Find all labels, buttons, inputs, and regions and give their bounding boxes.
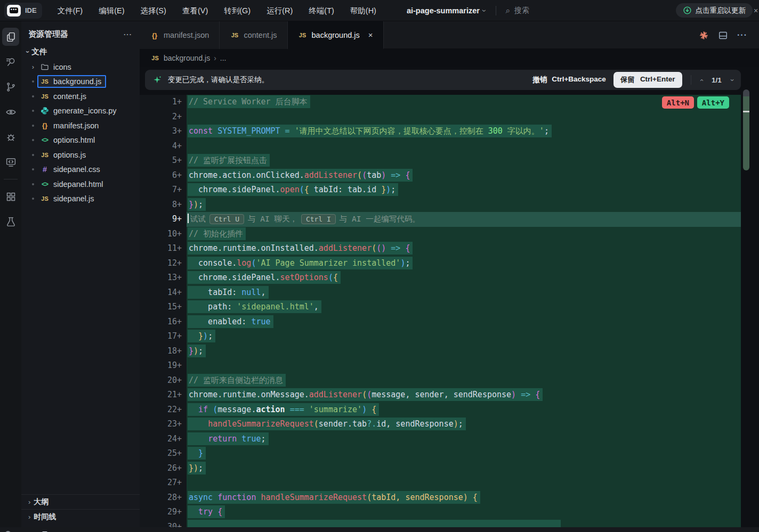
reject-shortcut-badge[interactable]: Alt+N <box>662 96 694 109</box>
split-editor-icon[interactable] <box>718 30 728 40</box>
timeline-section[interactable]: › 时间线 <box>21 509 140 524</box>
code-editor[interactable]: 1+2+3+4+5+6+7+8+9+10+11+12+13+14+15+16+1… <box>140 95 759 527</box>
keep-changes-button[interactable]: 保留 Ctrl+Enter <box>613 72 682 88</box>
kbd-ctrl-u: Ctrl U <box>209 214 244 224</box>
menu-item[interactable]: 终端(T) <box>301 0 342 21</box>
line-number: 13+ <box>140 271 187 285</box>
line-number: 27+ <box>140 476 187 490</box>
line-number: 8+ <box>140 198 187 212</box>
status-bar: 0 ▲ 0 <box>0 527 759 532</box>
tab-bar: {}manifest.json JScontent.js JSbackgroun… <box>140 21 759 49</box>
file-tree: › icons JSbackground.js JScontent.js gen… <box>21 60 140 206</box>
code-line: handleSummarizeRequest(sender.tab?.id, s… <box>187 417 741 432</box>
code-line <box>187 476 741 490</box>
editor-tab[interactable]: {}manifest.json <box>140 21 220 49</box>
menu-item[interactable]: 运行(R) <box>259 0 301 21</box>
chevron-expanded-icon: › <box>24 51 32 53</box>
project-name: ai-page-summarizer <box>407 6 480 15</box>
file-label: sidepanel.html <box>53 180 103 189</box>
file-item[interactable]: JSoptions.js <box>21 148 140 162</box>
tree-dot <box>32 183 34 185</box>
code-line: tabId: null, <box>187 285 741 300</box>
js-icon: JS <box>40 78 50 85</box>
file-item[interactable]: JSbackground.js <box>21 75 140 89</box>
ai-change-banner: 变更已完成，请确认是否采纳。 撤销 Ctrl+Backspace 保留 Ctrl… <box>145 70 741 90</box>
next-change-button[interactable]: › <box>728 79 736 81</box>
undo-changes-button[interactable]: 撤销 Ctrl+Backspace <box>532 75 606 85</box>
outline-section[interactable]: › 大纲 <box>21 494 140 509</box>
line-number: 2+ <box>140 110 187 125</box>
file-label: options.js <box>53 151 86 159</box>
file-label: content.js <box>53 92 86 101</box>
line-number: 9+ <box>140 212 187 227</box>
activity-test-icon[interactable] <box>2 212 19 231</box>
accept-shortcut-badge[interactable]: Alt+Y <box>697 96 729 109</box>
activity-extensions-icon[interactable] <box>2 187 19 206</box>
project-selector[interactable]: ai-page-summarizer › <box>407 6 486 15</box>
scrollbar[interactable] <box>743 89 749 170</box>
code-line: path: 'sidepanel.html', <box>187 300 741 315</box>
js-icon: JS <box>40 93 50 100</box>
menu-item[interactable]: 编辑(E) <box>91 0 132 21</box>
tab-label: background.js <box>312 31 360 39</box>
code-content[interactable]: // Service Worker 后台脚本const SYSTEM_PROMP… <box>187 95 741 527</box>
editor-tab[interactable]: JSbackground.js × <box>288 21 384 49</box>
menu-bar: 文件(F)编辑(E)选择(S)查看(V)转到(G)运行(R)终端(T)帮助(H) <box>50 0 384 21</box>
code-line: if (message.action === 'summarize') { <box>187 403 741 418</box>
line-number: 15+ <box>140 300 187 315</box>
code-line: // Service Worker 后台脚本 <box>187 95 741 110</box>
menu-item[interactable]: 转到(G) <box>216 0 259 21</box>
menu-item[interactable]: 帮助(H) <box>342 0 384 21</box>
activity-search-icon[interactable] <box>2 53 19 71</box>
breadcrumb[interactable]: JS background.js › ... <box>140 49 759 67</box>
file-item[interactable]: {}manifest.json <box>21 118 140 133</box>
activity-debug-icon[interactable] <box>2 128 19 146</box>
html-icon: <> <box>40 136 50 144</box>
activity-preview-icon[interactable] <box>2 103 19 121</box>
sidebar-title: 资源管理器 <box>28 29 68 39</box>
code-line: chrome.sidePanel.setOptions({ <box>187 271 741 285</box>
file-item[interactable]: JScontent.js <box>21 89 140 104</box>
close-icon[interactable]: × <box>754 6 759 15</box>
tree-dot <box>32 154 34 156</box>
code-line <box>187 139 741 154</box>
menu-item[interactable]: 文件(F) <box>50 0 91 21</box>
tree-dot <box>32 80 34 83</box>
global-search[interactable]: ⌕ 搜索 <box>506 6 529 15</box>
scrollbar-thumb[interactable] <box>743 96 749 170</box>
app-menu-button[interactable]: ••• IDE <box>4 3 42 19</box>
editor-more-actions-icon[interactable]: ··· <box>737 30 747 40</box>
search-icon: ⌕ <box>506 6 510 15</box>
tree-dot <box>32 168 34 170</box>
file-item[interactable]: <>sidepanel.html <box>21 177 140 192</box>
file-item[interactable]: › icons <box>21 60 140 75</box>
code-line: chrome.sidePanel.open({ tabId: tab.id })… <box>187 183 741 198</box>
file-label: manifest.json <box>53 121 99 130</box>
file-item[interactable]: JSsidepanel.js <box>21 192 140 207</box>
more-actions-icon[interactable]: ··· <box>124 30 132 38</box>
close-tab-icon[interactable]: × <box>368 30 373 39</box>
prev-change-button[interactable]: › <box>697 79 705 81</box>
file-item[interactable]: #sidepanel.css <box>21 162 140 177</box>
activity-remote-icon[interactable] <box>2 153 19 171</box>
file-item[interactable]: generate_icons.py <box>21 104 140 119</box>
menu-item[interactable]: 查看(V) <box>174 0 216 21</box>
menu-item[interactable]: 选择(S) <box>133 0 174 21</box>
gutter: 1+2+3+4+5+6+7+8+9+10+11+12+13+14+15+16+1… <box>140 95 187 527</box>
file-label: sidepanel.js <box>53 194 94 203</box>
update-label: 点击重启以更新 <box>696 6 746 15</box>
file-chip: JSsidepanel.js <box>37 192 99 205</box>
activity-explorer-icon[interactable] <box>2 28 19 46</box>
code-line: chrome.runtime.onInstalled.addListener((… <box>187 241 741 256</box>
file-item[interactable]: <>options.html <box>21 133 140 148</box>
ai-starburst-icon[interactable] <box>699 30 709 40</box>
line-number: 24+ <box>140 432 187 447</box>
editor-tab[interactable]: JScontent.js <box>220 21 287 49</box>
activity-source-control-icon[interactable] <box>2 78 19 96</box>
restart-update-button[interactable]: 点击重启以更新 <box>676 3 753 18</box>
problems-indicator[interactable]: 0 ▲ 0 <box>0 528 759 532</box>
activity-bar <box>0 21 21 527</box>
files-section-header[interactable]: › 文件 <box>21 45 140 59</box>
code-line: console.log('AI Page Summarizer installe… <box>187 256 741 271</box>
line-number: 1+ <box>140 95 187 110</box>
